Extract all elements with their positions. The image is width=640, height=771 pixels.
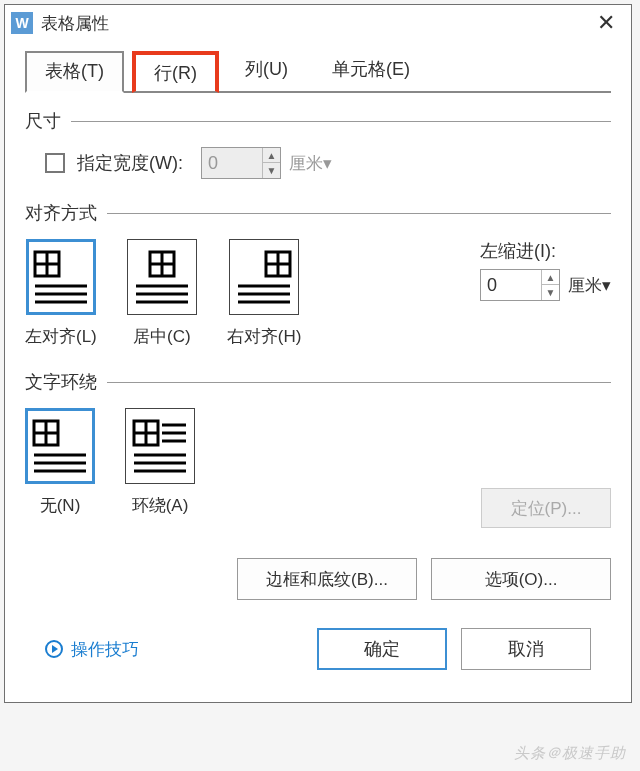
tips-label: 操作技巧 (71, 638, 139, 661)
options-button[interactable]: 选项(O)... (431, 558, 611, 600)
title-bar: W 表格属性 ✕ (5, 5, 631, 41)
width-input[interactable] (202, 148, 262, 178)
wrap-around-label: 环绕(A) (132, 494, 189, 517)
app-icon: W (11, 12, 33, 34)
align-center-label: 居中(C) (133, 325, 191, 348)
align-right-icon (236, 246, 292, 306)
wrap-around-icon (132, 415, 188, 475)
tab-strip: 表格(T) 行(R) 列(U) 单元格(E) (25, 51, 611, 93)
tips-link[interactable]: 操作技巧 (45, 638, 139, 661)
align-right-label: 右对齐(H) (227, 325, 302, 348)
indent-block: 左缩进(I): ▲▼ 厘米▾ (480, 239, 611, 301)
section-wrap-label: 文字环绕 (25, 370, 97, 394)
dialog-body: 表格(T) 行(R) 列(U) 单元格(E) 尺寸 指定宽度(W): ▲▼ 厘米… (5, 41, 631, 702)
indent-unit[interactable]: 厘米▾ (568, 274, 611, 297)
indent-input[interactable] (481, 270, 541, 300)
indent-spinner[interactable]: ▲▼ (480, 269, 560, 301)
width-unit[interactable]: 厘米▾ (289, 152, 332, 175)
specify-width-label: 指定宽度(W): (77, 151, 183, 175)
tab-table[interactable]: 表格(T) (25, 51, 124, 93)
footer: 操作技巧 确定 取消 (25, 614, 611, 684)
wrap-none-option[interactable]: 无(N) (25, 408, 95, 517)
align-left-option[interactable]: 左对齐(L) (25, 239, 97, 348)
align-left-label: 左对齐(L) (25, 325, 97, 348)
tab-cell[interactable]: 单元格(E) (314, 51, 428, 91)
spinner-arrows[interactable]: ▲▼ (262, 148, 280, 178)
window-title: 表格属性 (41, 12, 109, 35)
play-icon (45, 640, 63, 658)
action-buttons-row: 边框和底纹(B)... 选项(O)... (25, 558, 611, 600)
cancel-button[interactable]: 取消 (461, 628, 591, 670)
position-button: 定位(P)... (481, 488, 611, 528)
borders-shading-button[interactable]: 边框和底纹(B)... (237, 558, 417, 600)
align-left-icon (33, 246, 89, 306)
align-center-icon (134, 246, 190, 306)
wrap-none-icon (32, 415, 88, 475)
align-center-option[interactable]: 居中(C) (127, 239, 197, 348)
section-size: 尺寸 (25, 109, 611, 133)
close-icon[interactable]: ✕ (587, 10, 625, 36)
section-align-label: 对齐方式 (25, 201, 97, 225)
section-align: 对齐方式 (25, 201, 611, 225)
spinner-arrows[interactable]: ▲▼ (541, 270, 559, 300)
dialog-window: W 表格属性 ✕ 表格(T) 行(R) 列(U) 单元格(E) 尺寸 指定宽度(… (4, 4, 632, 703)
specify-width-checkbox[interactable] (45, 153, 65, 173)
section-wrap: 文字环绕 (25, 370, 611, 394)
tab-row[interactable]: 行(R) (132, 51, 219, 93)
section-size-label: 尺寸 (25, 109, 61, 133)
wrap-none-label: 无(N) (40, 494, 81, 517)
indent-label: 左缩进(I): (480, 239, 611, 263)
watermark: 头条＠极速手助 (514, 744, 626, 763)
ok-button[interactable]: 确定 (317, 628, 447, 670)
wrap-around-option[interactable]: 环绕(A) (125, 408, 195, 517)
width-spinner[interactable]: ▲▼ (201, 147, 281, 179)
align-right-option[interactable]: 右对齐(H) (227, 239, 302, 348)
tab-column[interactable]: 列(U) (227, 51, 306, 91)
